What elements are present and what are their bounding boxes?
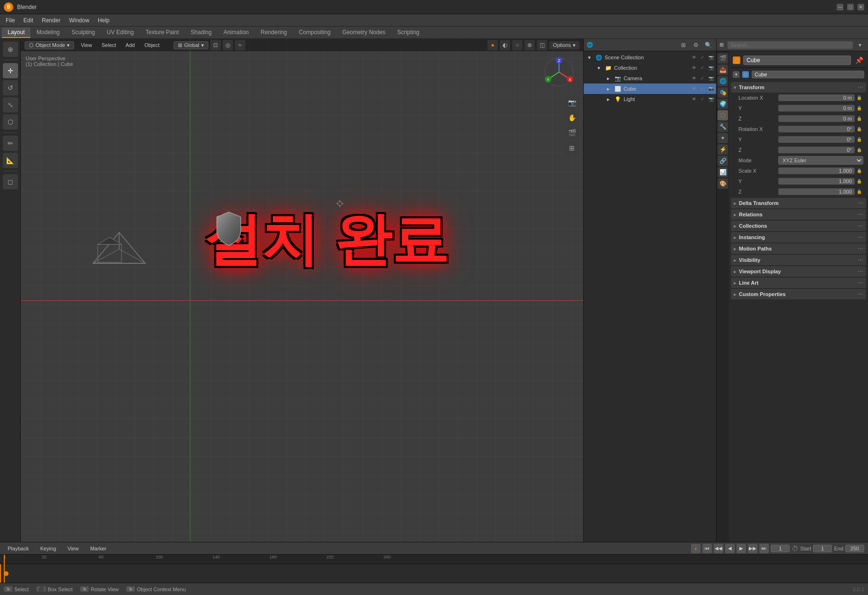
viewport-object-menu[interactable]: Object bbox=[141, 41, 162, 49]
menu-window[interactable]: Window bbox=[65, 16, 93, 25]
current-frame-input[interactable] bbox=[771, 545, 790, 552]
outliner-item-camera[interactable]: ▸ 📷 Camera 👁 ✓ 📷 bbox=[584, 73, 716, 84]
props-tab-material[interactable]: 🎨 bbox=[718, 178, 728, 189]
viewport-display-section-header[interactable]: ▸ Viewport Display ··· bbox=[731, 266, 866, 277]
relations-options-dots[interactable]: ··· bbox=[858, 211, 863, 218]
cam-vis-eye-icon[interactable]: 👁 bbox=[691, 75, 697, 82]
hand-tool-button[interactable]: ✋ bbox=[565, 111, 579, 124]
col-vis-eye-icon[interactable]: 👁 bbox=[691, 65, 697, 71]
scale-x-lock-icon[interactable]: 🔒 bbox=[857, 168, 863, 173]
scale-y-lock-icon[interactable]: 🔒 bbox=[857, 179, 863, 184]
location-x-lock-icon[interactable]: 🔒 bbox=[857, 95, 863, 100]
viewport-shading-material[interactable]: ◐ bbox=[500, 40, 510, 50]
cube-vis-render-icon[interactable]: 📷 bbox=[708, 85, 714, 92]
location-z-value[interactable]: 0 m bbox=[778, 115, 855, 122]
scale-z-lock-icon[interactable]: 🔒 bbox=[857, 189, 863, 194]
props-tab-particles[interactable]: ✦ bbox=[718, 133, 728, 143]
step-forward-button[interactable]: ▶▶ bbox=[748, 544, 757, 553]
light-vis-eye-icon[interactable]: 👁 bbox=[691, 96, 697, 102]
props-tab-data[interactable]: 📊 bbox=[718, 167, 728, 177]
props-tab-constraints[interactable]: 🔗 bbox=[718, 156, 728, 166]
viewport-view-menu[interactable]: View bbox=[78, 41, 95, 49]
motion-paths-section-header[interactable]: ▸ Motion Paths ··· bbox=[731, 243, 866, 254]
viewport-shading-render[interactable]: ○ bbox=[512, 40, 523, 50]
location-x-value[interactable]: 0 m bbox=[778, 94, 855, 101]
collections-options-dots[interactable]: ··· bbox=[858, 222, 863, 230]
minimize-button[interactable]: — bbox=[837, 4, 843, 10]
props-tab-view-layer[interactable]: 🌐 bbox=[718, 76, 728, 86]
tab-shading[interactable]: Shading bbox=[185, 28, 217, 38]
scale-x-value[interactable]: 1.000 bbox=[778, 167, 855, 174]
tool-measure[interactable]: 📐 bbox=[3, 153, 18, 168]
transform-options-dots[interactable]: ··· bbox=[858, 84, 863, 91]
props-tab-physics[interactable]: ⚡ bbox=[718, 144, 728, 155]
menu-render[interactable]: Render bbox=[38, 16, 64, 25]
proportional-icon[interactable]: ◎ bbox=[223, 40, 233, 50]
timeline-keying-menu[interactable]: Keying bbox=[37, 545, 60, 552]
viewport-select-menu[interactable]: Select bbox=[99, 41, 119, 49]
timeline-track[interactable] bbox=[0, 564, 868, 583]
vis-eye-icon[interactable]: 👁 bbox=[691, 54, 697, 61]
rotation-z-lock-icon[interactable]: 🔒 bbox=[857, 148, 863, 152]
rotation-z-value[interactable]: 0° bbox=[778, 147, 855, 153]
tab-texture-paint[interactable]: Texture Paint bbox=[140, 28, 185, 38]
header-extra-icon[interactable]: ≈ bbox=[235, 40, 245, 50]
camera-view-button[interactable]: 📷 bbox=[565, 96, 579, 109]
instancing-section-header[interactable]: ▸ Instancing ··· bbox=[731, 232, 866, 242]
step-back-button[interactable]: ◀◀ bbox=[714, 544, 723, 553]
frame-start-input[interactable] bbox=[813, 545, 832, 552]
tab-scripting[interactable]: Scripting bbox=[392, 28, 425, 38]
outliner-item-collection[interactable]: ▾ 📁 Collection 👁 ✓ 📷 bbox=[584, 63, 716, 73]
tool-annotate[interactable]: ✏ bbox=[3, 136, 18, 151]
scale-y-value[interactable]: 1.000 bbox=[778, 178, 855, 185]
location-y-lock-icon[interactable]: 🔒 bbox=[857, 106, 863, 111]
play-reverse-button[interactable]: ◀ bbox=[725, 544, 735, 553]
outliner-item-light[interactable]: ▸ 💡 Light 👁 ✓ 📷 bbox=[584, 94, 716, 104]
add-keyframe-button[interactable]: ⬥ bbox=[691, 544, 700, 553]
outliner-search-icon[interactable]: 🔍 bbox=[703, 40, 713, 50]
delta-transform-section-header[interactable]: ▸ Delta Transform ··· bbox=[731, 198, 866, 208]
tool-rotate[interactable]: ↺ bbox=[3, 80, 18, 95]
data-block-name-input[interactable] bbox=[752, 71, 864, 78]
rotation-y-lock-icon[interactable]: 🔒 bbox=[857, 137, 863, 142]
object-name-input[interactable] bbox=[743, 56, 851, 65]
custom-properties-section-header[interactable]: ▸ Custom Properties ··· bbox=[731, 289, 866, 299]
tool-scale[interactable]: ⤡ bbox=[3, 97, 18, 112]
transform-section-header[interactable]: ▾ Transform ··· bbox=[731, 82, 866, 93]
line-art-options-dots[interactable]: ··· bbox=[858, 279, 863, 287]
options-button[interactable]: Options ▾ bbox=[549, 41, 579, 49]
tab-rendering[interactable]: Rendering bbox=[255, 28, 292, 38]
tab-modeling[interactable]: Modeling bbox=[31, 28, 65, 38]
outliner-filter-icon[interactable]: ⊞ bbox=[678, 40, 689, 50]
grid-button[interactable]: ⊞ bbox=[565, 141, 579, 155]
rotation-x-value[interactable]: 0° bbox=[778, 126, 855, 132]
viewport-shading-solid[interactable]: ● bbox=[487, 40, 498, 50]
visibility-section-header[interactable]: ▸ Visibility ··· bbox=[731, 255, 866, 265]
cam-vis-select-icon[interactable]: ✓ bbox=[699, 75, 706, 82]
cube-vis-eye-icon[interactable]: 👁 bbox=[691, 85, 697, 92]
xray-icon[interactable]: ◫ bbox=[537, 40, 547, 50]
props-tab-render[interactable]: 🎬 bbox=[718, 53, 728, 64]
properties-search-input[interactable] bbox=[728, 41, 853, 49]
outliner-item-cube[interactable]: ▸ ⬜ Cube 👁 ✓ 📷 bbox=[584, 84, 716, 94]
props-tab-output[interactable]: 📤 bbox=[718, 65, 728, 75]
props-tab-modifier[interactable]: 🔧 bbox=[718, 121, 728, 132]
tool-add-cube[interactable]: ◻ bbox=[3, 174, 18, 189]
props-tab-world[interactable]: 🌍 bbox=[718, 99, 728, 109]
viewport-add-menu[interactable]: Add bbox=[123, 41, 138, 49]
custom-properties-options-dots[interactable]: ··· bbox=[858, 290, 863, 298]
instancing-options-dots[interactable]: ··· bbox=[858, 233, 863, 241]
viewport[interactable]: ⬡ Object Mode ▾ View Select Add Object ⊞… bbox=[21, 39, 583, 542]
light-vis-select-icon[interactable]: ✓ bbox=[699, 96, 706, 102]
props-tab-object[interactable]: ⬡ bbox=[718, 110, 728, 121]
viewport-display-options-dots[interactable]: ··· bbox=[858, 268, 863, 275]
snapping-icon[interactable]: ⊡ bbox=[210, 40, 221, 50]
props-tab-scene[interactable]: 🎭 bbox=[718, 87, 728, 98]
overlay-icon[interactable]: ⊕ bbox=[524, 40, 535, 50]
col-vis-select-icon[interactable]: ✓ bbox=[699, 65, 706, 71]
properties-filter-icon[interactable]: ▾ bbox=[855, 40, 865, 50]
line-art-section-header[interactable]: ▸ Line Art ··· bbox=[731, 278, 866, 288]
location-z-lock-icon[interactable]: 🔒 bbox=[857, 116, 863, 121]
rotation-mode-select[interactable]: XYZ Euler bbox=[778, 156, 863, 165]
frame-end-input[interactable] bbox=[845, 545, 864, 552]
